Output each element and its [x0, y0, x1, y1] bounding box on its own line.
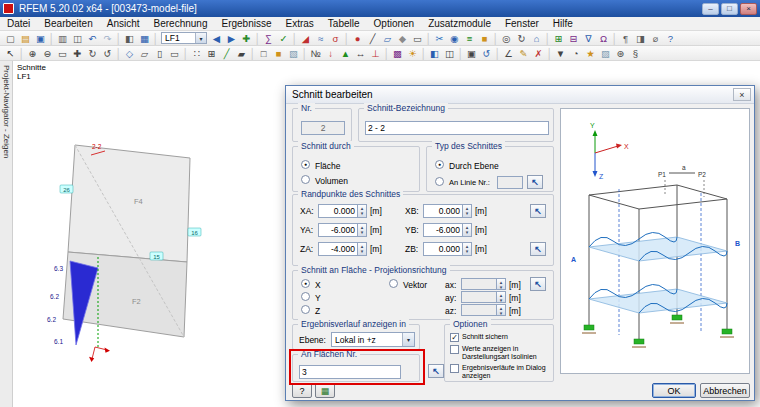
menu-optionen[interactable]: Optionen	[367, 18, 422, 29]
new-section-icon[interactable]: ✂	[432, 32, 447, 45]
coordinate-field-a[interactable]: -4.000	[318, 242, 358, 256]
calculation-icon[interactable]: ∑	[261, 32, 276, 45]
new-window-icon[interactable]: ▣	[464, 47, 479, 60]
axis-radio[interactable]	[301, 292, 310, 301]
margins-icon[interactable]: ◫	[442, 47, 457, 60]
previous-view-icon[interactable]: ↺	[100, 47, 115, 60]
filter-icon[interactable]: ▼	[553, 47, 568, 60]
check-model-icon[interactable]: ✓	[276, 32, 291, 45]
snap-icon[interactable]: ⊞	[204, 47, 219, 60]
chevron-down-icon[interactable]	[402, 333, 414, 346]
option-row[interactable]: Werte anzeigen in Darstellungsart Isolin…	[450, 345, 550, 361]
menu-bearbeiten[interactable]: Bearbeiten	[37, 18, 99, 29]
show-all-icon[interactable]: ⌂	[529, 32, 544, 45]
load-case-combobox[interactable]: LF1	[161, 32, 207, 44]
show-dimensions-icon[interactable]: ↔	[353, 47, 368, 60]
isometric-view-icon[interactable]: ◇	[122, 47, 137, 60]
grid-icon[interactable]: ∷	[189, 47, 204, 60]
surface-f4[interactable]	[68, 145, 190, 262]
zoom-icon[interactable]: ◎	[499, 32, 514, 45]
surfaces-number-field[interactable]: 3	[299, 365, 401, 379]
rotate-icon[interactable]: ↻	[85, 47, 100, 60]
spinner[interactable]	[358, 223, 367, 237]
ebene-combobox[interactable]: Lokal in +z	[331, 332, 415, 347]
section-name-field[interactable]: 2 - 2	[365, 121, 549, 135]
results-toggle-icon[interactable]: ◢	[298, 32, 313, 45]
cancel-button[interactable]: Abbrechen	[700, 383, 750, 398]
help-icon[interactable]: ?	[663, 32, 678, 45]
new-file-icon[interactable]: ▢	[3, 32, 18, 45]
new-line-icon[interactable]: ╱	[365, 32, 380, 45]
minimize-button[interactable]: –	[702, 3, 719, 15]
checkbox[interactable]	[450, 345, 459, 354]
spinner[interactable]	[463, 242, 472, 256]
spinner[interactable]	[463, 223, 472, 237]
dialog-titlebar[interactable]: Schnitt bearbeiten ×	[286, 86, 754, 104]
menu-tabelle[interactable]: Tabelle	[321, 18, 367, 29]
coordinate-field-a[interactable]: -6.000	[318, 223, 358, 237]
pick-surfaces-button[interactable]	[428, 364, 444, 378]
radio-button[interactable]: ●	[301, 160, 310, 169]
delete-icon[interactable]: ✗	[531, 47, 546, 60]
window-titlebar[interactable]: RFEM 5.20.02 x64 - [003473-model-file] –…	[0, 0, 760, 17]
render-icon[interactable]: ■	[477, 32, 492, 45]
generate-icon[interactable]: ∇	[581, 32, 596, 45]
spinner[interactable]	[463, 204, 472, 218]
radio-button[interactable]	[301, 175, 310, 184]
display-properties-icon[interactable]: ▩	[390, 47, 405, 60]
wireframe-icon[interactable]: □	[256, 47, 271, 60]
transparent-render-icon[interactable]: ▧	[286, 47, 301, 60]
an-linie-radio[interactable]	[435, 177, 444, 186]
option-row[interactable]: ✓ Schnitt sichern	[450, 333, 550, 342]
guidelines-icon[interactable]: ╱	[219, 47, 234, 60]
rotate-view-icon[interactable]: ↻	[514, 32, 529, 45]
show-supports-icon[interactable]: ▲	[338, 47, 353, 60]
coordinate-field-b[interactable]: 0.000	[423, 204, 463, 218]
help-button[interactable]: ?	[292, 383, 312, 398]
radio-row[interactable]: ● Fläche	[301, 158, 411, 173]
spinner[interactable]	[358, 204, 367, 218]
zoom-out-icon[interactable]: ⊖	[40, 47, 55, 60]
durch-ebene-radio[interactable]: ●	[435, 160, 444, 169]
menu-extras[interactable]: Extras	[279, 18, 321, 29]
printout-report-icon[interactable]: ¶	[618, 32, 633, 45]
menu-fenster[interactable]: Fenster	[498, 18, 546, 29]
refresh-icon[interactable]: ↺	[479, 47, 494, 60]
option-row[interactable]: Ergebnisverläufe im Dialog anzeigen	[450, 364, 550, 380]
combinations-icon[interactable]: ⊟	[566, 32, 581, 45]
user-view-icon[interactable]: ★	[583, 47, 598, 60]
copy-icon[interactable]: ◫	[70, 32, 85, 45]
print-icon[interactable]: ▥	[55, 32, 70, 45]
view-yz-icon[interactable]: ▭	[167, 47, 182, 60]
axis-radio-row[interactable]: ● X	[301, 278, 361, 291]
axis-radio-row[interactable]: Z	[301, 304, 361, 317]
view-xy-icon[interactable]: ▱	[137, 47, 152, 60]
settings-icon[interactable]: ⊛	[613, 47, 628, 60]
new-solid-icon[interactable]: ◆	[395, 32, 410, 45]
ok-button[interactable]: OK	[652, 383, 696, 398]
close-button[interactable]: ×	[740, 3, 757, 15]
partial-view-icon[interactable]: ◔	[568, 47, 583, 60]
coordinate-field-b[interactable]: 0.000	[423, 242, 463, 256]
show-loads-icon[interactable]: ↓	[323, 47, 338, 60]
tables-toggle-icon[interactable]: ▦	[137, 32, 152, 45]
units-icon[interactable]: ⌀	[648, 32, 663, 45]
checkbox[interactable]: ✓	[450, 333, 459, 342]
internal-forces-icon[interactable]: σ	[328, 32, 343, 45]
new-node-icon[interactable]: ●	[350, 32, 365, 45]
zoom-in-icon[interactable]: ⊕	[25, 47, 40, 60]
pick-vector-button[interactable]	[530, 277, 546, 291]
menu-zusatzmodule[interactable]: Zusatzmodule	[421, 18, 498, 29]
menu-hilfe[interactable]: Hilfe	[546, 18, 580, 29]
navigator-toggle-icon[interactable]: ◧	[122, 32, 137, 45]
visibility-icon[interactable]: ◉	[447, 32, 462, 45]
menu-ergebnisse[interactable]: Ergebnisse	[214, 18, 278, 29]
model-view[interactable]: 2-2 F4 F2 26 16 15 6.3 6.2 6.2 6.1	[13, 61, 293, 407]
radio-row[interactable]: Volumen	[301, 173, 411, 188]
view-xz-icon[interactable]: ▯	[152, 47, 167, 60]
numbering-icon[interactable]: №	[308, 47, 323, 60]
axis-radio[interactable]: ●	[301, 279, 310, 288]
light-icon[interactable]: ☀	[405, 47, 420, 60]
new-opening-icon[interactable]: ▭	[410, 32, 425, 45]
deformation-icon[interactable]: ≈	[313, 32, 328, 45]
